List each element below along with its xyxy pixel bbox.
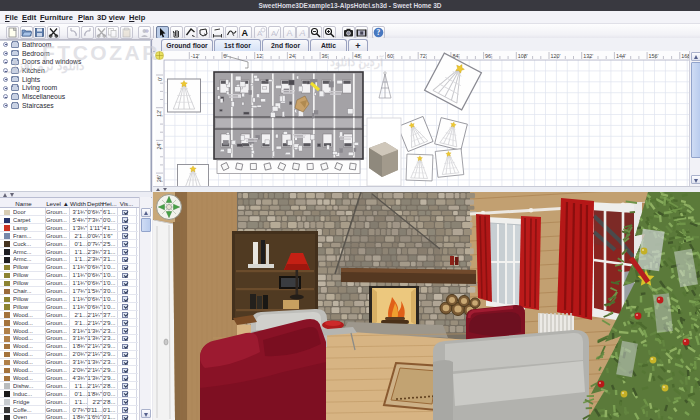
svg-text:120': 120' <box>551 53 561 59</box>
svg-text:72': 72' <box>420 53 427 59</box>
svg-text:36': 36' <box>322 53 329 59</box>
svg-text:12': 12' <box>157 110 163 117</box>
svg-text:156': 156' <box>649 53 659 59</box>
svg-text:0': 0' <box>157 77 163 81</box>
svg-text:-12': -12' <box>191 53 200 59</box>
svg-text:A: A <box>298 28 305 38</box>
svg-text:36': 36' <box>157 175 163 182</box>
svg-text:144': 144' <box>616 53 626 59</box>
svg-text:60': 60' <box>387 53 394 59</box>
svg-text:24': 24' <box>289 53 296 59</box>
svg-text:24': 24' <box>157 142 163 149</box>
svg-text:A: A <box>271 29 277 38</box>
svg-text:?: ? <box>377 28 381 37</box>
svg-text:12': 12' <box>256 53 263 59</box>
svg-text:108': 108' <box>518 53 528 59</box>
svg-text:A: A <box>286 28 292 38</box>
svg-text:132': 132' <box>583 53 593 59</box>
svg-text:A: A <box>241 28 248 38</box>
svg-text:A: A <box>257 29 263 38</box>
svg-text:96': 96' <box>485 53 492 59</box>
